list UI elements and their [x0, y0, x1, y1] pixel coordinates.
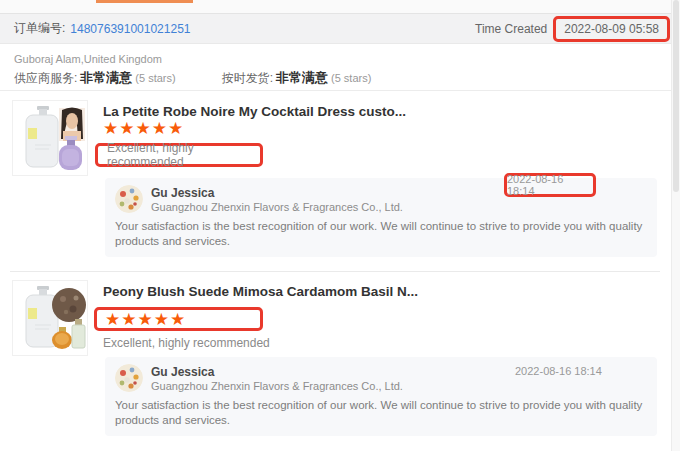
- reply-date: 2022-08-16 18:14: [515, 365, 602, 377]
- time-created-value-highlighted: 2022-08-09 05:58: [553, 16, 670, 42]
- review-item: Peony Blush Suede Mimosa Cardamom Basil …: [12, 280, 660, 440]
- reply-message-text: Your satisfaction is the best recognitio…: [115, 398, 645, 428]
- supplier-reply-card: Gu Jessica Guangzhou Zhenxin Flavors & F…: [105, 178, 657, 257]
- supplier-service-label: 供应商服务:: [14, 70, 77, 87]
- reply-message-text: Your satisfaction is the best recognitio…: [115, 219, 645, 249]
- perfume-product-photo-2: [13, 281, 87, 355]
- order-number-link[interactable]: 148076391001021251: [70, 22, 190, 36]
- review-comment-highlighted: Excellent, highly recommended: [95, 143, 263, 167]
- supplier-avatar: [115, 185, 143, 213]
- supplier-service-value: 非常满意: [80, 69, 132, 87]
- reply-author-name: Gu Jessica: [151, 186, 214, 200]
- product-image[interactable]: [12, 280, 88, 356]
- buyer-section: Guboraj Alam,United Kingdom 供应商服务: 非常满意 …: [0, 44, 680, 91]
- review-divider: [10, 271, 660, 272]
- supplier-reply-card: Gu Jessica Guangzhou Zhenxin Flavors & F…: [105, 357, 657, 436]
- supplier-avatar: [115, 364, 143, 392]
- review-comment-text: Excellent, highly recommended: [107, 141, 260, 169]
- reply-company-name: Guangzhou Zhenxin Flavors & Fragrances C…: [151, 201, 403, 213]
- reply-author-name: Gu Jessica: [151, 365, 214, 379]
- time-created-group: Time Created 2022-08-09 05:58: [475, 16, 670, 42]
- company-avatar-image: [115, 185, 143, 213]
- on-time-shipment-stars-note: (5 stars): [331, 72, 371, 84]
- order-header-bar: 订单编号: 148076391001021251 Time Created 20…: [0, 13, 680, 44]
- order-number-group: 订单编号: 148076391001021251: [14, 20, 190, 37]
- on-time-shipment-value: 非常满意: [276, 69, 328, 87]
- active-tab-indicator: [96, 0, 193, 3]
- product-image[interactable]: [12, 100, 88, 176]
- buyer-name-location: Guboraj Alam,United Kingdom: [14, 53, 162, 65]
- company-avatar-image: [115, 364, 143, 392]
- review-star-rating: ★★★★★: [103, 120, 184, 137]
- order-number-label: 订单编号:: [14, 20, 65, 37]
- on-time-shipment-label: 按时发货:: [222, 70, 273, 87]
- perfume-product-photo-1: [13, 101, 87, 175]
- vertical-scrollbar-thumb[interactable]: [673, 0, 679, 192]
- order-ratings-row: 供应商服务: 非常满意 (5 stars) 按时发货: 非常满意 (5 star…: [14, 69, 371, 87]
- product-review-title[interactable]: Peony Blush Suede Mimosa Cardamom Basil …: [103, 284, 418, 299]
- review-star-rating: ★★★★★: [105, 311, 186, 328]
- reply-company-name: Guangzhou Zhenxin Flavors & Fragrances C…: [151, 380, 403, 392]
- time-created-label: Time Created: [475, 22, 547, 36]
- review-star-rating-highlighted: ★★★★★: [94, 307, 263, 331]
- reply-date-highlighted: 2022-08-16 18:14: [504, 173, 596, 197]
- review-comment-text: Excellent, highly recommended: [103, 336, 270, 350]
- review-item: La Petite Robe Noire My Cocktail Dress c…: [12, 100, 660, 265]
- product-review-title[interactable]: La Petite Robe Noire My Cocktail Dress c…: [103, 104, 406, 119]
- supplier-service-stars-note: (5 stars): [135, 72, 175, 84]
